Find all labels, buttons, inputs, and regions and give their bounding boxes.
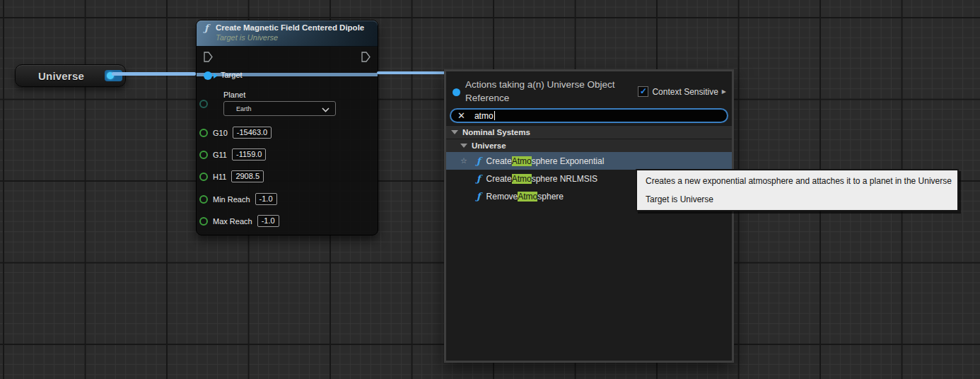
category-label: Nominal Systems [462,128,530,136]
category-label: Universe [472,141,506,150]
node-title: Create Magnetic Field Centered Dipole [216,23,364,32]
param-value-field[interactable]: -1.0 [257,215,279,227]
exec-input-pin[interactable] [204,52,213,65]
favorite-star-icon[interactable]: ☆ [460,156,467,165]
planet-input-pin[interactable] [199,100,208,108]
search-match-highlight: Atmo [512,174,532,184]
float-pin[interactable] [199,173,208,181]
action-label-prefix: Create [486,156,512,166]
action-create-atmosphere-exponential[interactable]: ☆ ƒ Create Atmosphere Exponential [446,152,732,170]
menu-header: Actions taking a(n) Universe Object Refe… [446,71,732,108]
param-value-field[interactable]: -15463.0 [233,127,272,139]
param-row-max-reach: Max Reach -1.0 [199,215,279,227]
float-pin[interactable] [199,151,208,159]
chevron-down-icon [322,103,329,115]
param-label: G10 [213,129,228,137]
search-match-highlight: Atmo [518,192,537,202]
object-reference-pin-icon [453,88,460,96]
node-subtitle: Target is Universe [216,33,278,42]
context-sensitive-label: Context Sensitive [652,87,718,97]
action-label-suffix: sphere Exponential [532,156,605,166]
param-row-h11: H11 2908.5 [199,170,264,182]
param-label: Min Reach [213,195,250,204]
function-icon: ƒ [477,191,481,202]
create-magnetic-field-node[interactable]: ƒ Create Magnetic Field Centered Dipole … [196,20,378,235]
action-search-input[interactable]: ✕ atmo [450,108,728,123]
search-query-text: atmo [474,111,494,121]
float-pin[interactable] [199,129,208,137]
clear-search-icon[interactable]: ✕ [457,111,465,120]
text-cursor [494,111,495,120]
float-pin[interactable] [199,217,208,226]
param-value-field[interactable]: -1159.0 [232,148,267,161]
param-row-g11: G11 -1159.0 [199,148,266,161]
function-icon: ƒ [204,23,209,33]
blueprint-action-menu[interactable]: Actions taking a(n) Universe Object Refe… [444,69,734,363]
param-row-g10: G10 -15463.0 [199,127,272,139]
tooltip-target: Target is Universe [646,194,949,204]
dragged-wire-to-menu [377,71,445,74]
tooltip-description: Creates a new exponential atmosphere and… [646,176,949,186]
param-row-min-reach: Min Reach -1.0 [199,193,277,205]
universe-variable-node[interactable]: Universe [15,64,126,87]
category-nominal-systems[interactable]: Nominal Systems [446,125,732,139]
target-pin-wedge-icon [214,73,218,78]
context-sensitive-group: ✓ Context Sensitive ▶ [638,86,726,97]
param-label: H11 [213,173,226,181]
planet-pin-label: Planet [223,91,245,99]
planet-dropdown[interactable]: Earth [223,101,336,116]
param-value-field[interactable]: -1.0 [255,193,277,205]
target-pin-label: Target [221,71,243,79]
action-tooltip: Creates a new exponential atmosphere and… [636,169,959,211]
action-label-suffix: sphere NRLMSIS [532,174,597,184]
expander-arrow-icon[interactable]: ▶ [722,88,726,95]
float-pin[interactable] [199,195,208,204]
target-input-pin[interactable] [204,71,212,80]
category-universe[interactable]: Universe [446,139,732,152]
param-label: G11 [213,151,227,159]
param-label: Max Reach [213,217,252,226]
action-label-prefix: Create [486,174,512,184]
function-icon: ƒ [477,173,481,184]
collapse-triangle-icon[interactable] [451,130,458,134]
search-match-highlight: Atmo [512,156,532,166]
planet-dropdown-value: Earth [236,105,322,112]
menu-title: Actions taking a(n) Universe Object Refe… [465,78,655,105]
exec-output-pin[interactable] [361,52,371,65]
universe-node-label: Universe [16,65,107,86]
universe-to-target-wire [112,72,196,76]
context-sensitive-checkbox[interactable]: ✓ [638,86,648,97]
blueprint-graph-canvas[interactable]: Universe ƒ Create Magnetic Field Centere… [0,0,980,379]
param-value-field[interactable]: 2908.5 [231,170,264,182]
collapse-triangle-icon[interactable] [460,144,467,148]
action-label-prefix: Remove [486,192,518,202]
function-icon: ƒ [477,156,481,166]
action-label-suffix: sphere [537,192,564,202]
node-header[interactable]: ƒ Create Magnetic Field Centered Dipole … [197,21,378,47]
